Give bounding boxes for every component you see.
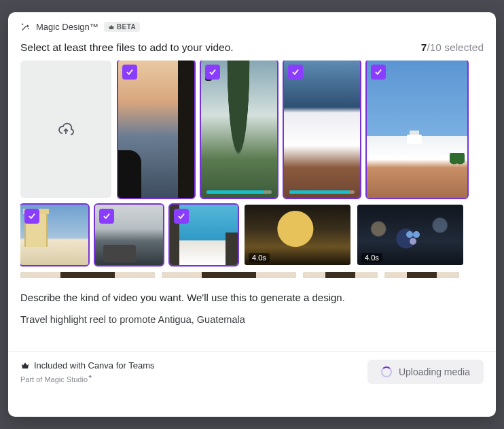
product-name: Magic Design™ xyxy=(36,22,98,32)
selection-counter: 7/10 selected xyxy=(421,41,484,54)
describe-input[interactable] xyxy=(20,313,484,344)
media-tile[interactable] xyxy=(20,272,155,278)
media-tile-rooftop-volcano[interactable] xyxy=(367,61,467,198)
uploading-button[interactable]: Uploading media xyxy=(367,360,484,384)
media-tile-city-robot[interactable]: 4.0s xyxy=(357,205,463,265)
instruction-text: Select at least three files to add to yo… xyxy=(20,41,234,54)
clip-duration: 4.0s xyxy=(361,253,382,262)
included-with: Included with Canva for Teams xyxy=(20,360,155,371)
media-tile-infinity-pool[interactable] xyxy=(284,61,360,198)
gallery-container: 4.0s 4.0s xyxy=(8,61,496,278)
thumbnail xyxy=(162,272,296,278)
footer-left: Included with Canva for Teams Part of Ma… xyxy=(20,360,155,383)
selected-check xyxy=(122,65,137,80)
magic-design-modal: Magic Design™ BETA Select at least three… xyxy=(8,12,496,417)
thumbnail xyxy=(284,61,360,198)
included-text: Included with Canva for Teams xyxy=(34,360,155,371)
media-tile-garden-arch[interactable] xyxy=(201,61,277,198)
media-tile-balcony-sea[interactable] xyxy=(170,205,238,265)
footer-subnote: Part of Magic Studio✦ xyxy=(20,373,155,383)
thumbnail xyxy=(201,61,277,198)
thumbnail xyxy=(384,272,459,278)
media-tile[interactable] xyxy=(162,272,296,278)
uploading-label: Uploading media xyxy=(399,366,470,377)
media-tile-gold-statue[interactable]: 4.0s xyxy=(245,205,350,265)
media-tile[interactable] xyxy=(384,272,459,278)
selected-check xyxy=(174,209,189,224)
upload-progress xyxy=(289,190,355,194)
gallery-row xyxy=(20,61,485,198)
crown-icon xyxy=(108,24,115,31)
beta-badge: BETA xyxy=(104,22,140,32)
thumbnail xyxy=(367,61,467,198)
media-tile-sunset-lake[interactable] xyxy=(118,61,194,198)
gallery-row xyxy=(20,272,485,278)
selection-max: 10 selected xyxy=(430,41,484,53)
media-gallery[interactable]: 4.0s 4.0s xyxy=(20,61,496,278)
selected-check xyxy=(99,209,114,224)
instruction-row: Select at least three files to add to yo… xyxy=(8,32,496,61)
cloud-upload-icon xyxy=(58,121,74,137)
thumbnail xyxy=(20,272,155,278)
spinner-icon xyxy=(381,366,392,377)
describe-title: Describe the kind of video you want. We'… xyxy=(20,292,484,303)
gallery-row: 4.0s 4.0s xyxy=(20,205,485,265)
selected-check xyxy=(371,65,386,80)
media-tile[interactable] xyxy=(303,272,378,278)
thumbnail xyxy=(118,61,194,198)
media-tile-antigua-arch[interactable] xyxy=(20,205,88,265)
magic-wand-icon xyxy=(20,22,31,32)
selected-check xyxy=(288,65,303,80)
selected-check xyxy=(205,65,220,80)
upload-tile[interactable] xyxy=(20,61,111,198)
modal-footer: Included with Canva for Teams Part of Ma… xyxy=(8,351,496,394)
selected-check xyxy=(24,209,39,224)
thumbnail xyxy=(303,272,378,278)
media-tile-cafe-view[interactable] xyxy=(95,205,163,265)
clip-duration: 4.0s xyxy=(249,253,270,262)
crown-icon xyxy=(20,361,30,371)
upload-progress xyxy=(206,190,272,194)
modal-header: Magic Design™ BETA xyxy=(8,12,496,32)
beta-label: BETA xyxy=(117,23,136,31)
describe-section: Describe the kind of video you want. We'… xyxy=(8,278,496,351)
